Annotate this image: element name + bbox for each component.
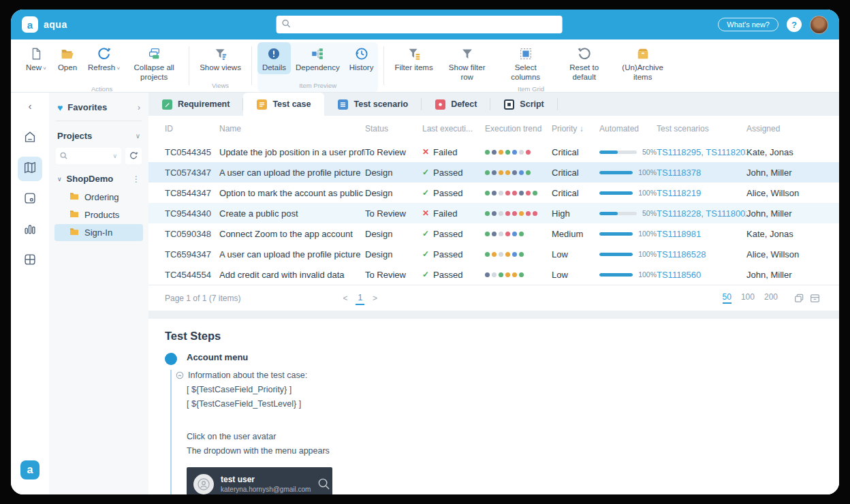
test-scenario-links[interactable]: TS1118560: [657, 270, 746, 280]
step-action-line: The dropdown with the menu appears: [187, 445, 823, 458]
rail-item-grid[interactable]: [18, 249, 42, 273]
toolbar-button-select-columns[interactable]: Select columns: [497, 42, 555, 83]
prev-page-icon[interactable]: <: [343, 294, 347, 303]
archive-box-icon[interactable]: [810, 294, 820, 303]
table-row[interactable]: TC6594347A user can upload the profile p…: [148, 244, 839, 264]
toolbar-button-filter-items[interactable]: Filter items: [390, 42, 437, 74]
automation-percent: 50%: [642, 209, 657, 217]
test-scenario-links[interactable]: TS11186528: [657, 249, 746, 259]
toolbar-button-reset-to-default[interactable]: Reset to default: [555, 42, 614, 83]
column-header-automated[interactable]: Automated: [599, 124, 657, 133]
trend-dot: [519, 252, 524, 257]
tab-test-scenario[interactable]: Test scenario: [324, 93, 422, 116]
cell-priority: Medium: [552, 229, 599, 239]
refresh-projects-button[interactable]: [125, 148, 142, 164]
tab-script[interactable]: Script: [490, 93, 557, 116]
step-screenshot: test user kateryna.hornysh@gmail.com: [187, 467, 332, 494]
trend-dot: [526, 150, 531, 155]
tab-defect[interactable]: Defect: [422, 93, 490, 116]
column-header-name[interactable]: Name: [219, 124, 365, 133]
toolbar-button-show-views[interactable]: Show views: [195, 42, 246, 74]
whats-new-button[interactable]: What's new?: [718, 18, 778, 31]
projects-section-header[interactable]: Projects ∨: [54, 125, 143, 146]
automation-progress-bar: [599, 232, 633, 236]
table-row[interactable]: TC4544554Add credit card with invalid da…: [148, 264, 839, 285]
table-header-row: IDNameStatusLast executi...Execution tre…: [148, 116, 839, 142]
test-scenario-links[interactable]: TS1118219: [657, 188, 746, 198]
toolbar-button-label: New ˅: [26, 63, 46, 73]
toolbar-button-open[interactable]: Open: [52, 42, 83, 74]
execution-trend-dots: [485, 272, 552, 277]
project-search-input[interactable]: [70, 152, 110, 160]
table-row[interactable]: TC8544347Option to mark the account as p…: [148, 183, 839, 203]
column-header-assigned[interactable]: Assigned: [746, 124, 828, 133]
cross-icon: ✕: [422, 147, 429, 157]
column-header-last_execution[interactable]: Last executi...: [422, 124, 485, 133]
cell-name: Add credit card with invalid data: [219, 270, 365, 280]
rail-item-reports[interactable]: [18, 218, 42, 242]
cell-last_execution: ✓Passed: [422, 168, 485, 178]
rail-item-tests[interactable]: [18, 187, 42, 212]
chevron-down-icon[interactable]: ∨: [136, 132, 140, 140]
global-search[interactable]: [277, 16, 563, 33]
cell-status: To Review: [365, 147, 422, 157]
test-scenario-links[interactable]: TS1118295, TS1118203: [657, 147, 746, 157]
table-row[interactable]: TC0544345Update the job position in a us…: [148, 142, 839, 162]
folder-item-products[interactable]: Products: [54, 206, 143, 223]
trend-dot: [519, 272, 524, 277]
test-scenario-links[interactable]: TS1118981: [657, 229, 746, 239]
test-scenario-links[interactable]: TS1118378: [657, 168, 746, 178]
tab-test-case[interactable]: Test case: [243, 93, 324, 116]
cell-last_execution: ✓Passed: [422, 249, 485, 259]
tab-requirement[interactable]: Requirement: [148, 93, 243, 116]
table-row[interactable]: TC9544340Create a public postTo Review✕F…: [148, 203, 839, 223]
global-search-input[interactable]: [295, 20, 557, 29]
help-button[interactable]: ?: [787, 17, 802, 32]
table-row[interactable]: TC0574347A user can upload the profile p…: [148, 162, 839, 183]
folder-item-sign-in[interactable]: Sign-In: [54, 224, 143, 241]
caret-down-icon[interactable]: ∨: [57, 176, 62, 183]
cell-assigned: John, Miller: [746, 208, 828, 219]
tree-project-shopdemo[interactable]: ∨ ShopDemo ⋮: [54, 170, 143, 188]
page-size-50[interactable]: 50: [723, 292, 731, 304]
test-step[interactable]: Account menu Information about the test …: [165, 352, 823, 494]
page-number[interactable]: 1: [356, 292, 364, 305]
toolbar-button-show-filter-row[interactable]: Show filter row: [438, 42, 497, 83]
page-size-200[interactable]: 200: [764, 292, 778, 304]
toolbar-button-history[interactable]: History: [345, 42, 379, 74]
toolbar-button-new[interactable]: New ˅: [20, 42, 52, 74]
chevron-right-icon[interactable]: ›: [138, 103, 140, 112]
trend-dot: [499, 170, 503, 175]
toolbar-button-collapse-all-projects[interactable]: Collapse all projects: [125, 42, 183, 83]
trend-dot: [505, 150, 510, 155]
next-page-icon[interactable]: >: [373, 294, 377, 303]
column-header-id[interactable]: ID: [165, 124, 219, 133]
column-header-priority[interactable]: Priority ↓: [552, 124, 599, 133]
toolbar-button-refresh[interactable]: Refresh ˅: [83, 42, 125, 74]
column-header-trend[interactable]: Execution trend: [485, 124, 552, 133]
toolbar-button-dependency[interactable]: Dependency: [291, 42, 345, 74]
section-divider: [148, 311, 839, 319]
rail-item-home[interactable]: [18, 126, 42, 151]
column-header-scenarios[interactable]: Test scenarios: [657, 124, 746, 133]
copy-icon[interactable]: [794, 294, 804, 303]
kebab-menu-icon[interactable]: ⋮: [132, 174, 140, 184]
rail-item-projects[interactable]: [18, 157, 42, 181]
project-search[interactable]: ∨: [56, 148, 121, 164]
toolbar-button-un-archive-items[interactable]: (Un)Archive items: [614, 42, 672, 83]
page-size-100[interactable]: 100: [741, 292, 755, 304]
cell-priority: Critical: [552, 168, 599, 178]
toolbar-group-views: Show viewsViews: [195, 42, 246, 92]
column-header-status[interactable]: Status: [365, 124, 422, 133]
chevron-down-icon: ˅: [42, 65, 46, 72]
chevron-down-icon[interactable]: ∨: [112, 153, 117, 159]
folder-item-ordering[interactable]: Ordering: [54, 189, 143, 206]
favorites-section[interactable]: ♥ Favorites ›: [54, 99, 143, 121]
cell-name: Option to mark the account as public: [219, 188, 365, 198]
toolbar-button-details[interactable]: Details: [257, 42, 291, 74]
test-scenario-links[interactable]: TS1118228, TS1118002: [657, 208, 746, 219]
cell-name: Update the job position in a user profil…: [219, 147, 365, 157]
user-avatar[interactable]: [810, 16, 828, 34]
table-row[interactable]: TC0590348Connect Zoom to the app account…: [148, 223, 839, 244]
collapse-sidebar-icon[interactable]: ‹: [29, 101, 32, 111]
